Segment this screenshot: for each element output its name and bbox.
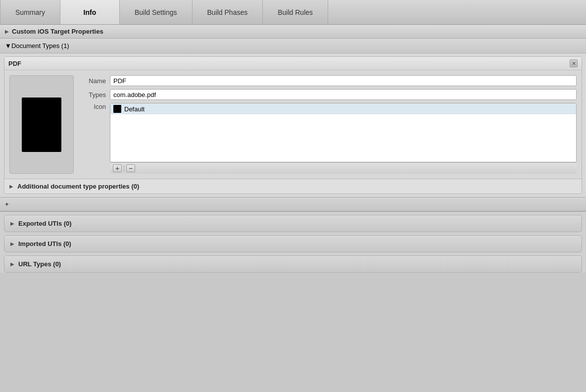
- exported-utis-arrow: ▶: [10, 221, 14, 226]
- icon-list-footer: + −: [110, 162, 577, 174]
- icon-list: Default: [110, 103, 577, 162]
- url-types-section[interactable]: ▶ URL Types (0): [4, 255, 582, 273]
- document-types-arrow: ▼: [5, 42, 11, 49]
- exported-utis-section[interactable]: ▶ Exported UTIs (0): [4, 215, 582, 232]
- icon-field-row: Icon Default + −: [81, 103, 577, 174]
- icon-remove-button[interactable]: −: [126, 164, 135, 172]
- content-area: ▶ Custom iOS Target Properties ▼ Documen…: [0, 25, 586, 273]
- pdf-entry-header: PDF ✕: [4, 57, 582, 70]
- imported-utis-label: Imported UTIs (0): [18, 240, 71, 247]
- tab-build-rules[interactable]: Build Rules: [263, 0, 328, 24]
- pdf-entry: PDF ✕ Name Types: [4, 56, 582, 194]
- imported-utis-arrow: ▶: [10, 241, 14, 246]
- imported-utis-section[interactable]: ▶ Imported UTIs (0): [4, 235, 582, 252]
- types-input[interactable]: [110, 89, 577, 100]
- url-types-label: URL Types (0): [18, 260, 61, 268]
- additional-props[interactable]: ▶ Additional document type properties (0…: [4, 179, 582, 194]
- pdf-title: PDF: [8, 60, 21, 67]
- target-props-section[interactable]: ▶ Custom iOS Target Properties: [0, 25, 586, 39]
- icon-list-separator: [124, 165, 124, 172]
- form-fields: Name Types Icon: [81, 75, 577, 174]
- add-icon: +: [5, 200, 9, 208]
- name-field-row: Name: [81, 75, 577, 86]
- additional-props-arrow: ▶: [9, 184, 13, 189]
- pdf-body: Name Types Icon: [4, 70, 582, 179]
- target-props-label: Custom iOS Target Properties: [12, 28, 103, 35]
- types-field-row: Types: [81, 89, 577, 100]
- additional-props-label: Additional document type properties (0): [17, 183, 139, 190]
- icon-thumb: [113, 105, 121, 113]
- url-types-arrow: ▶: [10, 261, 14, 267]
- name-input[interactable]: [110, 75, 577, 86]
- document-types-label: Document Types (1): [11, 42, 69, 49]
- icon-preview: [9, 75, 74, 174]
- tab-summary[interactable]: Summary: [0, 0, 60, 24]
- tab-info[interactable]: Info: [60, 0, 120, 24]
- types-label: Types: [81, 91, 106, 98]
- close-pdf-button[interactable]: ✕: [570, 59, 578, 67]
- target-props-arrow: ▶: [5, 29, 9, 34]
- document-types-header[interactable]: ▼ Document Types (1): [0, 39, 586, 53]
- icon-list-item[interactable]: Default: [110, 103, 576, 114]
- icon-preview-image: [22, 98, 61, 152]
- exported-utis-label: Exported UTIs (0): [18, 220, 72, 227]
- tab-build-phases[interactable]: Build Phases: [193, 0, 263, 24]
- tab-build-settings[interactable]: Build Settings: [120, 0, 193, 24]
- name-label: Name: [81, 77, 106, 85]
- icon-label: Icon: [81, 103, 106, 110]
- tab-bar: Summary Info Build Settings Build Phases…: [0, 0, 586, 25]
- icon-add-button[interactable]: +: [113, 164, 122, 172]
- icon-list-item-label: Default: [124, 105, 145, 113]
- add-document-type-button[interactable]: +: [0, 197, 586, 211]
- document-types-section: ▼ Document Types (1) PDF ✕ Name: [0, 39, 586, 212]
